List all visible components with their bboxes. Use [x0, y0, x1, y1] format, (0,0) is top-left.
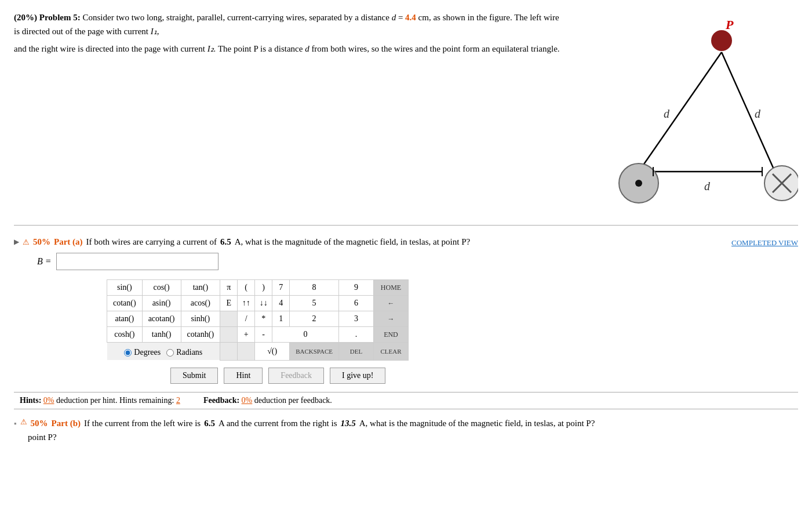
empty-1 [220, 311, 238, 327]
eight-button[interactable]: 8 [290, 280, 339, 296]
up-button[interactable]: ↑↑ [238, 296, 255, 311]
nine-button[interactable]: 9 [338, 280, 373, 296]
pi-button[interactable]: π [220, 280, 238, 296]
hints-bar: Hints: 0% deduction per hint. Hints rema… [14, 392, 798, 409]
open-paren-button[interactable]: ( [238, 280, 255, 296]
right-arrow-button[interactable]: → [373, 311, 408, 327]
acos-button[interactable]: acos() [181, 296, 220, 311]
feedback-button[interactable]: Feedback [268, 368, 324, 384]
part-b-question-2: A and the current from the right is [219, 416, 337, 430]
sin-button[interactable]: sin() [107, 280, 143, 296]
problem-text-4: from both wires, so the wires and the po… [311, 44, 559, 53]
backspace-button[interactable]: BACKSPACE [290, 343, 339, 361]
e-button[interactable]: E [220, 296, 238, 311]
four-button[interactable]: 4 [272, 296, 290, 311]
give-up-button[interactable]: I give up! [330, 368, 385, 384]
clear-button[interactable]: CLEAR [373, 343, 408, 361]
zero-button[interactable]: 0 [272, 327, 339, 343]
svg-text:P: P [725, 17, 734, 32]
part-b-question-3: A, what is the magnitude of the magnetic… [359, 416, 595, 430]
svg-line-3 [722, 52, 775, 172]
tan-button[interactable]: tan() [181, 280, 220, 296]
warning-icon-b: ⚠ [20, 416, 27, 428]
part-b-current-right: 13.5 [340, 416, 355, 430]
problem-text-2: and the right wire is directed into the … [14, 44, 205, 53]
two-button[interactable]: 2 [290, 311, 339, 327]
dot-button[interactable]: . [338, 327, 373, 343]
svg-text:d: d [755, 107, 761, 120]
play-icon: ▶ [14, 238, 19, 246]
degrees-text: Degrees [134, 348, 161, 357]
down-button[interactable]: ↓↓ [255, 296, 272, 311]
part-a-header: ▶ ⚠ 50% Part (a) If both wires are carry… [14, 237, 798, 247]
degree-radian-cell: Degrees Radians [107, 343, 220, 361]
hints-deduction[interactable]: 0% [43, 396, 54, 405]
plus-button[interactable]: + [238, 327, 255, 343]
del-button[interactable]: DEL [338, 343, 373, 361]
svg-text:d: d [704, 180, 711, 192]
three-button[interactable]: 3 [338, 311, 373, 327]
five-button[interactable]: 5 [290, 296, 339, 311]
divide-button[interactable]: / [238, 311, 255, 327]
radians-radio[interactable] [166, 349, 174, 357]
calculator: sin() cos() tan() π ( ) 7 8 9 HOME cotan… [107, 279, 798, 361]
degrees-label[interactable]: Degrees [124, 348, 161, 357]
hints-text: deduction per hint. Hints remaining: [56, 396, 174, 405]
tanh-button[interactable]: tanh() [142, 327, 181, 343]
part-b-current-left: 6.5 [204, 416, 215, 430]
divider-top [14, 225, 798, 226]
part-b-label: Part (b) [52, 416, 81, 430]
cos-button[interactable]: cos() [142, 280, 181, 296]
hint-button[interactable]: Hint [224, 368, 263, 384]
one-button[interactable]: 1 [272, 311, 290, 327]
atan-button[interactable]: atan() [107, 311, 143, 327]
cotan-button[interactable]: cotan() [107, 296, 143, 311]
part-a-current: 6.5 [220, 237, 231, 247]
diagram-svg: P d d d [578, 10, 798, 219]
cotanh-button[interactable]: cotanh() [181, 327, 220, 343]
part-a-question-2: A, what is the magnitude of the magnetic… [235, 237, 471, 247]
square-icon: ▪ [14, 418, 17, 430]
seven-button[interactable]: 7 [272, 280, 290, 296]
asin-button[interactable]: asin() [142, 296, 181, 311]
part-b-continuation: point P? [28, 430, 798, 444]
answer-row: B = [37, 253, 798, 270]
minus-button[interactable]: - [255, 327, 272, 343]
submit-button[interactable]: Submit [170, 368, 218, 384]
six-button[interactable]: 6 [338, 296, 373, 311]
answer-input[interactable] [56, 253, 219, 270]
part-b-percent: 50% [31, 416, 48, 430]
hints-label: Hints: [20, 396, 43, 405]
part-b-question: If the current from the left wire is [84, 416, 201, 430]
empty-4 [238, 343, 255, 361]
problem-d: d [392, 13, 396, 22]
answer-label: B = [37, 256, 52, 267]
svg-text:d: d [664, 107, 670, 120]
degrees-radio[interactable] [124, 349, 132, 357]
completed-view-link[interactable]: COMPLETED VIEW [731, 238, 798, 248]
part-b-section: ▪ ⚠ 50% Part (b) If the current from the… [14, 409, 798, 446]
end-button[interactable]: END [373, 327, 408, 343]
feedback-label-bar: Feedback: [203, 396, 242, 405]
part-a-section: ▶ ⚠ 50% Part (a) If both wires are carry… [14, 231, 798, 392]
svg-point-1 [711, 30, 732, 51]
cosh-button[interactable]: cosh() [107, 327, 143, 343]
hints-remaining[interactable]: 2 [176, 396, 180, 405]
problem-i1: I₁, [151, 27, 159, 36]
svg-line-2 [639, 52, 722, 172]
part-a-label: Part (a) [54, 237, 83, 247]
sqrt-button[interactable]: √() [255, 343, 290, 361]
empty-3 [220, 343, 238, 361]
problem-text-1: Consider two two long, straight, paralle… [82, 13, 389, 22]
calc-table: sin() cos() tan() π ( ) 7 8 9 HOME cotan… [107, 279, 409, 361]
feedback-info: Feedback: 0% deduction per feedback. [203, 396, 332, 405]
acotan-button[interactable]: acotan() [142, 311, 181, 327]
close-paren-button[interactable]: ) [255, 280, 272, 296]
multiply-button[interactable]: * [255, 311, 272, 327]
sinh-button[interactable]: sinh() [181, 311, 220, 327]
radians-label[interactable]: Radians [166, 348, 202, 357]
left-arrow-button[interactable]: ← [373, 296, 408, 311]
home-button[interactable]: HOME [373, 280, 408, 296]
feedback-deduction[interactable]: 0% [242, 396, 253, 405]
svg-point-9 [635, 180, 642, 187]
